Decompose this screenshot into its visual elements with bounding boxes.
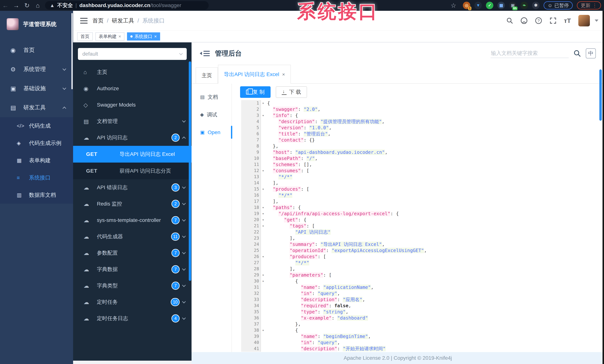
extension-location-icon[interactable]: ▼ [474, 2, 482, 9]
line-number[interactable]: 28 [241, 266, 261, 272]
main-scrollbar-thumb[interactable] [599, 69, 602, 121]
swagger-item-4[interactable]: ☁ API 访问日志 2 [73, 129, 191, 146]
swagger-hscroll-track[interactable] [73, 361, 191, 364]
extension-grid-icon[interactable]: ▦ [497, 2, 505, 9]
line-number[interactable]: 40 [241, 339, 261, 346]
swagger-item-0[interactable]: ⌂ 主页 [73, 64, 191, 80]
swagger-item-3[interactable]: ▤ 文档管理 [73, 113, 191, 129]
fold-icon[interactable]: ▾ [261, 211, 265, 217]
doc-search-input[interactable] [491, 49, 569, 58]
extension-flower-icon[interactable]: ✻ [532, 2, 540, 9]
line-number[interactable]: 35 [241, 309, 261, 315]
home-icon[interactable]: ⌂ [32, 2, 43, 9]
search-icon[interactable] [506, 17, 513, 24]
line-number[interactable]: 30▾ [241, 278, 261, 284]
sidebar-item-3[interactable]: ▤ 研发工具 [0, 98, 73, 117]
swagger-item-10[interactable]: ☁ 字典数据 7 [73, 261, 191, 277]
fold-icon[interactable]: ▾ [261, 112, 265, 118]
sidebar-item-1[interactable]: ⚙ 系统管理 [0, 60, 73, 79]
line-number[interactable]: 12▾ [241, 168, 261, 174]
sidebar-subitem-3[interactable]: ≡ 系统接口 [0, 169, 73, 186]
line-number[interactable]: 38▾ [241, 327, 261, 333]
swagger-item-1[interactable]: ◉ Authorize [73, 80, 191, 97]
line-number[interactable]: 13 [241, 174, 261, 180]
close-icon[interactable]: × [282, 72, 285, 77]
sidebar-scrollbar[interactable] [71, 13, 73, 89]
fold-icon[interactable]: ▾ [261, 168, 265, 174]
line-number[interactable]: 17 [241, 198, 261, 204]
line-number[interactable]: 31 [241, 284, 261, 290]
doc-side-Open[interactable]: ▣ Open [191, 124, 231, 141]
swagger-operation-0[interactable]: GET 导出API 访问日志 Excel [73, 146, 191, 163]
line-number[interactable]: 6 [241, 131, 261, 137]
line-number[interactable]: 7 [241, 137, 261, 143]
line-number[interactable]: 21▾ [241, 223, 261, 229]
extension-camera-icon[interactable]: ▣6h [509, 2, 516, 9]
chevron-down-icon[interactable] [595, 20, 598, 22]
extension-shield-icon[interactable]: ✓ [486, 2, 493, 9]
fold-icon[interactable]: ▾ [261, 186, 265, 192]
sidebar-subitem-4[interactable]: ▥ 数据库文档 [0, 186, 73, 204]
fold-icon[interactable]: ▾ [261, 100, 265, 106]
doc-side-调试[interactable]: ◆ 调试 [191, 106, 231, 124]
fold-icon[interactable]: ▾ [261, 223, 265, 229]
swagger-item-8[interactable]: ☁ 代码生成器 11 [73, 228, 191, 245]
line-number[interactable]: 5 [241, 125, 261, 131]
line-number[interactable]: 32 [241, 290, 261, 297]
line-number[interactable]: 9 [241, 149, 261, 155]
line-number[interactable]: 41 [241, 346, 261, 352]
line-number[interactable]: 15▾ [241, 186, 261, 192]
group-select[interactable]: default [78, 48, 187, 60]
line-number[interactable]: 25 [241, 247, 261, 253]
line-number[interactable]: 4 [241, 118, 261, 125]
line-number[interactable]: 3▾ [241, 112, 261, 118]
doc-search-icon[interactable] [574, 50, 581, 57]
fullscreen-icon[interactable] [550, 17, 557, 24]
sidebar-item-2[interactable]: ▣ 基础设施 [0, 79, 73, 98]
line-number[interactable]: 18▾ [241, 204, 261, 211]
github-icon[interactable] [520, 17, 528, 24]
fold-icon[interactable]: ▾ [261, 272, 265, 278]
fold-icon[interactable]: ▾ [261, 204, 265, 211]
help-icon[interactable]: ? [535, 17, 542, 24]
forward-icon[interactable]: → [11, 2, 22, 9]
line-number[interactable]: 27 [241, 260, 261, 266]
swagger-item-7[interactable]: ☁ sys-sms-template-controller 7 [73, 212, 191, 228]
swagger-operation-1[interactable]: GET 获得API 访问日志分页 [73, 163, 191, 179]
swagger-item-2[interactable]: ◇ Swagger Models [73, 97, 191, 113]
font-size-icon[interactable]: ᴛT [564, 17, 571, 24]
fold-icon[interactable]: ▾ [261, 327, 265, 333]
breadcrumb-home[interactable]: 首页 [92, 17, 104, 25]
line-number[interactable]: 20▾ [241, 217, 261, 223]
line-number[interactable]: 26▾ [241, 253, 261, 260]
line-number[interactable]: 10 [241, 155, 261, 162]
browser-menu-icon[interactable]: ⋮ [592, 3, 597, 8]
breadcrumb-tools[interactable]: 研发工具 [112, 17, 134, 25]
line-number[interactable]: 14 [241, 180, 261, 186]
close-icon[interactable]: × [118, 34, 121, 39]
doc-tab-1[interactable]: 导出API 访问日志 Excel × [218, 65, 291, 84]
collapse-menu-icon[interactable] [200, 51, 210, 56]
line-number[interactable]: 23 [241, 235, 261, 241]
swagger-scrollbar[interactable] [189, 61, 191, 281]
swagger-item-12[interactable]: ☁ 定时任务 10 [73, 294, 191, 310]
swagger-item-5[interactable]: ☁ API 错误日志 3 [73, 179, 191, 196]
sidebar-item-0[interactable]: ◉ 首页 [0, 40, 73, 60]
extension-plant-icon[interactable]: ❧ [520, 2, 528, 9]
close-icon[interactable]: × [154, 34, 157, 39]
line-number[interactable]: 39 [241, 333, 261, 339]
update-pill[interactable]: 更新 ⋮ [577, 1, 601, 10]
view-tag-2[interactable]: 系统接口 × [127, 32, 160, 40]
line-number[interactable]: 29▾ [241, 272, 261, 278]
doc-tab-0[interactable]: 主页 [196, 67, 218, 84]
sidebar-subitem-1[interactable]: ◈ 代码生成示例 [0, 135, 73, 152]
line-number[interactable]: 22 [241, 229, 261, 235]
extension-orange-icon[interactable]: ◎1 [463, 2, 470, 9]
doc-side-文档[interactable]: ▤ 文档 [191, 88, 231, 106]
paused-pill[interactable]: ☺ 已暂停 [543, 1, 573, 10]
view-tag-0[interactable]: 首页 [77, 32, 93, 40]
line-number[interactable]: 1▾ [241, 100, 261, 106]
swagger-item-9[interactable]: ☁ 参数配置 7 [73, 245, 191, 261]
line-number[interactable]: 11 [241, 162, 261, 168]
fold-icon[interactable]: ▾ [261, 278, 265, 284]
